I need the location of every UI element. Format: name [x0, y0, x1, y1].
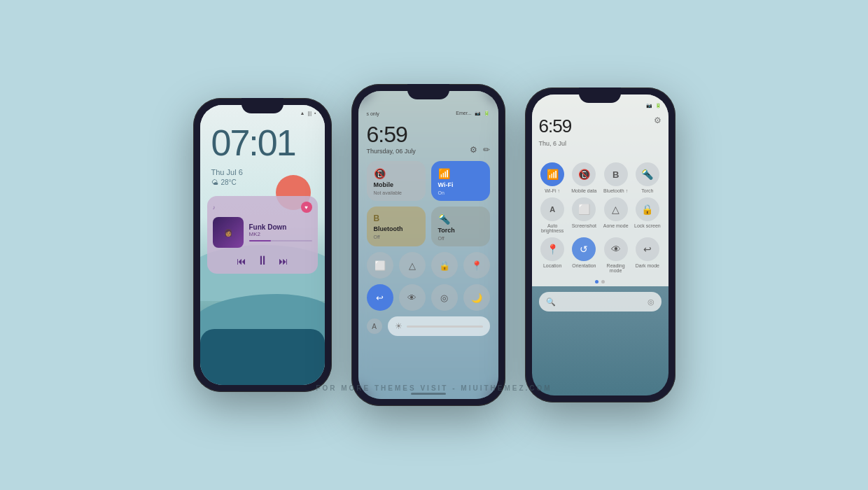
p3-dark-icon: ↩	[636, 237, 659, 261]
torch-tile[interactable]: 🔦 Torch Off	[431, 206, 490, 246]
p3-bluetooth-label: Bluetooth ↑	[603, 188, 628, 193]
eye-btn[interactable]: 👁	[399, 284, 426, 311]
p3-mobile-item[interactable]: 📵 Mobile data	[570, 162, 598, 193]
lock-weather: 🌤 28°C	[211, 178, 237, 186]
weather-icon: 🌤	[211, 178, 218, 186]
p3-orientation-icon: ↺	[572, 237, 596, 261]
mobile-data-sub: Not available	[374, 190, 419, 195]
p2-header: 6:59 Thursday, 06 July ⚙ ✏	[367, 122, 490, 155]
p3-aone-label: Aone mode	[603, 223, 629, 228]
p3-mobile-label: Mobile data	[571, 188, 596, 193]
p2-controls: 📵 Mobile Not available 📶 Wi-Fi On	[367, 161, 490, 385]
p3-dots	[532, 277, 668, 286]
p3-gear-icon[interactable]: ⚙	[654, 115, 662, 125]
dot-2	[601, 280, 605, 284]
signal-icon: |||	[308, 111, 312, 115]
screenshot-btn[interactable]: ⬜	[367, 252, 393, 279]
moon-btn[interactable]: 🌙	[463, 284, 490, 311]
phone-1-screen: ▲ ||| ▪ 07:01 Thu Jul 6 🌤 28°C ♪	[200, 105, 325, 385]
wifi-tile[interactable]: 📶 Wi-Fi On	[431, 161, 490, 201]
bluetooth-sub: Off	[374, 234, 419, 239]
lock-btn[interactable]: 🔒	[431, 252, 458, 279]
p3-wifi-item[interactable]: 📶 Wi-Fi ↑	[539, 162, 566, 193]
song-title: Funk Down	[249, 223, 312, 231]
p2-time: 6:59	[367, 122, 416, 148]
triangle-btn[interactable]: △	[399, 252, 426, 279]
p3-lock-label: Lock screen	[634, 223, 661, 228]
p3-mobile-icon: 📵	[572, 162, 596, 186]
p2-camera-icon: 📷	[475, 111, 481, 116]
mobile-data-label: Mobile	[374, 181, 419, 188]
location-btn[interactable]: 📍	[463, 252, 490, 279]
phone-3-notch	[579, 88, 621, 103]
next-button[interactable]: ⏭	[279, 255, 288, 267]
p3-lock-screen-item[interactable]: 🔒 Lock screen	[634, 197, 661, 233]
p3-screenshot-item[interactable]: ⬜ Screenshot	[570, 197, 598, 233]
phone-2: s only Emer... 📷 🔋 6:59 Thursday, 06 Jul…	[351, 84, 505, 406]
p3-search-bar[interactable]: 🔍 ◎	[539, 292, 662, 312]
p3-orientation-item[interactable]: ↺ Orientation	[570, 237, 598, 273]
p3-torch-label: Torch	[641, 188, 653, 193]
p2-header-time-area: 6:59 Thursday, 06 July	[367, 122, 416, 155]
bluetooth-label: Bluetooth	[374, 225, 419, 232]
p3-time: 6:59	[539, 115, 572, 137]
p3-battery-status: 🔋	[655, 103, 662, 108]
p3-auto-brightness-item[interactable]: A Auto brightness	[539, 197, 566, 233]
p3-wifi-label: Wi-Fi ↑	[545, 188, 560, 193]
settings-icon[interactable]: ⚙	[470, 145, 477, 155]
p3-header-row: 6:59 ⚙	[539, 115, 662, 137]
p3-bluetooth-item[interactable]: B Bluetooth ↑	[602, 162, 629, 193]
mobile-data-icon: 📵	[374, 168, 419, 179]
sun-icon: ☀	[395, 321, 402, 331]
p2-status-right: Emer... 📷 🔋	[456, 111, 489, 116]
prev-button[interactable]: ⏮	[237, 255, 246, 267]
p3-aone-mode-item[interactable]: △ Aone mode	[602, 197, 629, 233]
p3-camera-icon: 📷	[646, 103, 652, 108]
mobile-data-tile[interactable]: 📵 Mobile Not available	[367, 161, 426, 201]
pause-button[interactable]: ⏸	[256, 253, 269, 268]
p3-top-section: 📷 🔋 6:59 ⚙ Thu, 6 Jul	[532, 94, 668, 158]
wifi-sub: On	[438, 190, 483, 195]
p2-brightness-row: A ☀	[367, 316, 490, 336]
slider-track	[407, 326, 483, 328]
p3-screenshot-icon: ⬜	[572, 197, 596, 221]
dot-1	[595, 280, 598, 284]
nfc-btn[interactable]: ↩	[367, 284, 393, 311]
bluetooth-tile[interactable]: B Bluetooth Off	[367, 206, 426, 246]
music-body: 👩 Funk Down MK2	[213, 217, 312, 248]
p3-wifi-icon: 📶	[540, 162, 564, 186]
phone-3-screen: 📷 🔋 6:59 ⚙ Thu, 6 Jul 📶 Wi-Fi ↑	[532, 94, 668, 396]
edit-icon[interactable]: ✏	[483, 145, 490, 155]
p3-search-right-icon: ◎	[648, 298, 654, 307]
p3-search-icon: 🔍	[546, 298, 556, 307]
p3-dark-mode-item[interactable]: ↩ Dark mode	[634, 237, 661, 273]
lock-time: 07:01	[211, 125, 295, 161]
torch-label: Torch	[438, 227, 483, 234]
phone-1-notch	[241, 98, 284, 113]
p3-quick-grid: 📶 Wi-Fi ↑ 📵 Mobile data B Bluetooth ↑ 🔦 …	[532, 158, 668, 277]
p2-tile-row-2: B Bluetooth Off 🔦 Torch Off	[367, 206, 490, 246]
media-controls: ⏮ ⏸ ⏭	[213, 253, 312, 268]
circle-btn[interactable]: ◎	[431, 284, 458, 311]
torch-sub: Off	[438, 236, 483, 241]
p3-location-item[interactable]: 📍 Location	[539, 237, 566, 273]
song-artist: MK2	[249, 231, 312, 237]
watermark: FOR MORE THEMES VISIT - MIUITHEMEZ.COM	[316, 384, 552, 392]
temperature: 28°C	[221, 178, 237, 186]
p3-reading-item[interactable]: 👁 Reading mode	[602, 237, 629, 273]
p3-orientation-label: Orientation	[572, 263, 596, 268]
wifi-tile-icon: 📶	[438, 168, 483, 179]
p3-reading-label: Reading mode	[602, 263, 629, 273]
p3-aone-icon: △	[604, 197, 628, 221]
p3-location-icon: 📍	[540, 237, 564, 261]
p2-status-left: s only	[367, 111, 379, 116]
music-heart-icon[interactable]: ♥	[301, 202, 312, 213]
bluetooth-tile-icon: B	[374, 214, 419, 223]
p2-status-bar: s only Emer... 📷 🔋	[367, 111, 490, 116]
p3-torch-item[interactable]: 🔦 Torch	[634, 162, 661, 193]
wave-3	[200, 329, 325, 385]
brightness-slider[interactable]: ☀	[388, 316, 490, 336]
p3-screenshot-label: Screenshot	[572, 223, 596, 228]
music-info: Funk Down MK2	[249, 223, 312, 241]
progress-fill	[249, 240, 272, 241]
